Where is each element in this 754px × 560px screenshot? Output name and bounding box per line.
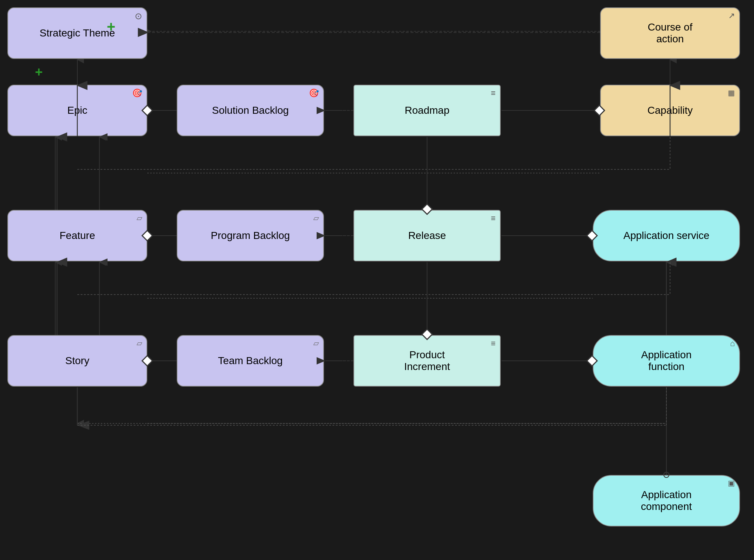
team-backlog-label: Team Backlog bbox=[218, 355, 283, 367]
strategic-theme-label: Strategic Theme bbox=[40, 27, 115, 39]
roadmap-node: ≡ Roadmap bbox=[353, 85, 501, 136]
team-backlog-node: ▱ Team Backlog bbox=[177, 335, 324, 387]
application-component-label: Application component bbox=[641, 489, 692, 513]
epic-icon: 🎯 bbox=[132, 88, 142, 98]
application-component-node: ▣ Application component bbox=[593, 475, 740, 526]
roadmap-label: Roadmap bbox=[405, 105, 449, 116]
course-of-action-label: Course of action bbox=[648, 21, 692, 45]
capability-node: ▦ Capability bbox=[600, 85, 740, 136]
product-increment-node: ≡ Product Increment bbox=[353, 335, 501, 387]
course-of-action-icon: ↗ bbox=[728, 11, 735, 21]
epic-label: Epic bbox=[67, 105, 87, 116]
application-function-label: Application function bbox=[641, 349, 692, 373]
solution-backlog-icon: 🎯 bbox=[309, 88, 319, 98]
strategic-theme-node: ⊙ Strategic Theme bbox=[7, 7, 147, 59]
application-service-label: Application service bbox=[623, 230, 709, 242]
capability-label: Capability bbox=[648, 105, 693, 116]
application-component-icon: ▣ bbox=[728, 479, 735, 487]
course-of-action-node: ↗ Course of action bbox=[600, 7, 740, 59]
release-node: ≡ Release bbox=[353, 210, 501, 261]
feature-node: ▱ Feature bbox=[7, 210, 147, 261]
program-backlog-node: ▱ Program Backlog bbox=[177, 210, 324, 261]
story-icon: ▱ bbox=[137, 339, 142, 348]
application-service-node: Application service bbox=[593, 210, 740, 261]
story-label: Story bbox=[65, 355, 89, 367]
program-backlog-label: Program Backlog bbox=[211, 230, 290, 242]
plus-icon-top: + bbox=[107, 18, 115, 35]
epic-node: 🎯 Epic bbox=[7, 85, 147, 136]
plus-icon-left: + bbox=[35, 64, 43, 80]
story-node: ▱ Story bbox=[7, 335, 147, 387]
capability-icon: ▦ bbox=[728, 88, 735, 97]
feature-icon: ▱ bbox=[137, 214, 142, 222]
solution-backlog-node: 🎯 Solution Backlog bbox=[177, 85, 324, 136]
release-icon: ≡ bbox=[491, 214, 496, 223]
diagram-container: ⊙ Strategic Theme + ↗ Course of action +… bbox=[0, 0, 754, 560]
application-function-node: ⌂ Application function bbox=[593, 335, 740, 387]
product-increment-icon: ≡ bbox=[491, 339, 496, 348]
application-function-icon: ⌂ bbox=[730, 339, 735, 348]
product-increment-label: Product Increment bbox=[404, 349, 450, 373]
strategic-theme-icon: ⊙ bbox=[135, 11, 142, 21]
team-backlog-icon: ▱ bbox=[313, 339, 319, 348]
solution-backlog-label: Solution Backlog bbox=[212, 105, 289, 116]
feature-label: Feature bbox=[60, 230, 95, 242]
program-backlog-icon: ▱ bbox=[313, 214, 319, 222]
release-label: Release bbox=[408, 230, 446, 242]
roadmap-icon: ≡ bbox=[491, 88, 496, 98]
